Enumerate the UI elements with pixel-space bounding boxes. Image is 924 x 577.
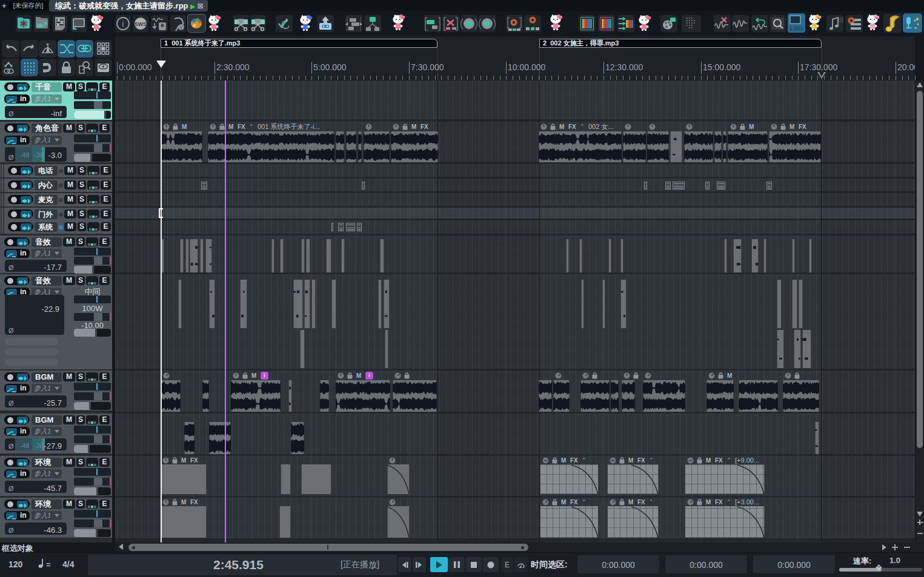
svg-text:1:203: 1:203 bbox=[789, 25, 803, 31]
svg-text:i: i bbox=[122, 19, 124, 28]
svg-text:=: = bbox=[46, 560, 51, 569]
svg-text:SWS: SWS bbox=[135, 21, 147, 27]
